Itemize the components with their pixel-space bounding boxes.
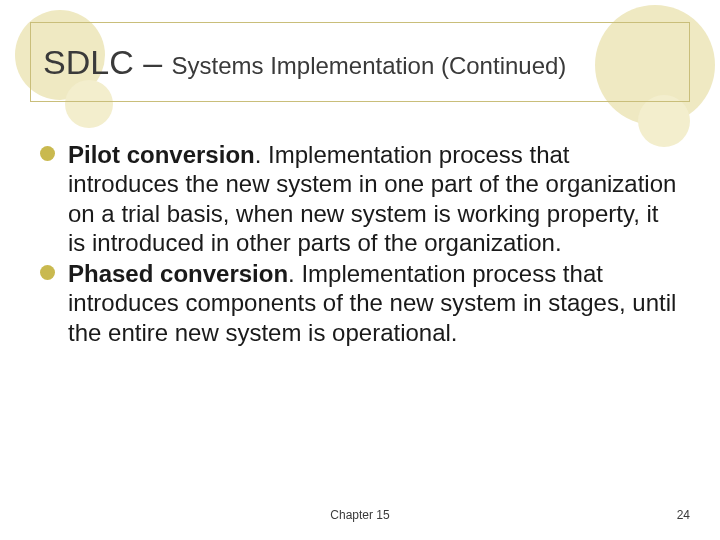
page-title: SDLC – Systems Implementation (Continued… bbox=[43, 43, 566, 82]
footer-page-number: 24 bbox=[677, 508, 690, 522]
list-item: Phased conversion. Implementation proces… bbox=[40, 259, 680, 347]
bullet-term: Phased conversion bbox=[68, 260, 288, 287]
bullet-icon bbox=[40, 265, 55, 280]
footer-chapter: Chapter 15 bbox=[0, 508, 720, 522]
bullet-term: Pilot conversion bbox=[68, 141, 255, 168]
bullet-icon bbox=[40, 146, 55, 161]
content-area: Pilot conversion. Implementation process… bbox=[40, 140, 680, 349]
title-box: SDLC – Systems Implementation (Continued… bbox=[30, 22, 690, 102]
title-prefix: SDLC – bbox=[43, 43, 172, 81]
list-item: Pilot conversion. Implementation process… bbox=[40, 140, 680, 257]
title-suffix: Systems Implementation (Continued) bbox=[172, 52, 567, 79]
